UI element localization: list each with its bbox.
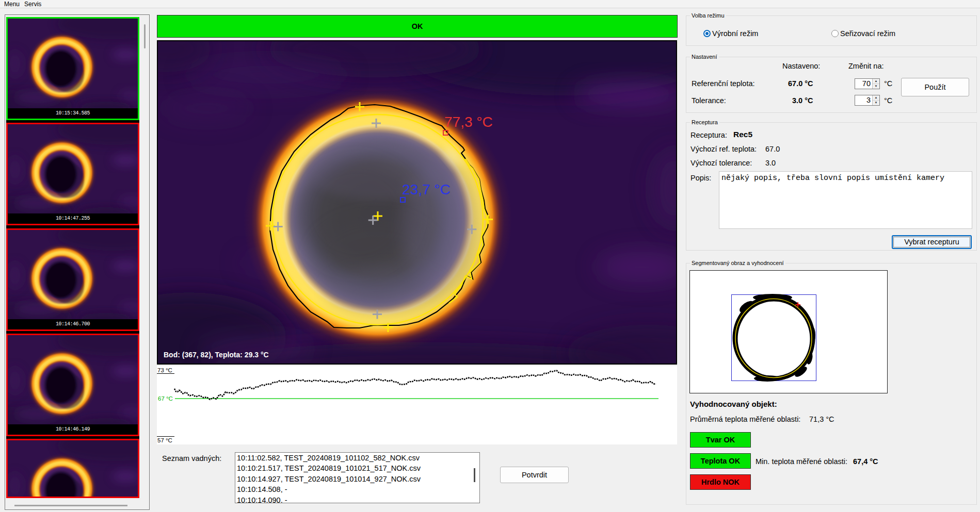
- svg-text:Bod: (367, 82), Teplota: 29.3: Bod: (367, 82), Teplota: 29.3 °C: [164, 351, 269, 359]
- svg-text:77,3 °C: 77,3 °C: [444, 114, 493, 130]
- svg-text:57 °C: 57 °C: [157, 437, 172, 443]
- svg-text:73 °C: 73 °C: [157, 367, 172, 373]
- svg-text:67 °C: 67 °C: [158, 395, 173, 402]
- svg-text:23,7 °C: 23,7 °C: [402, 181, 451, 197]
